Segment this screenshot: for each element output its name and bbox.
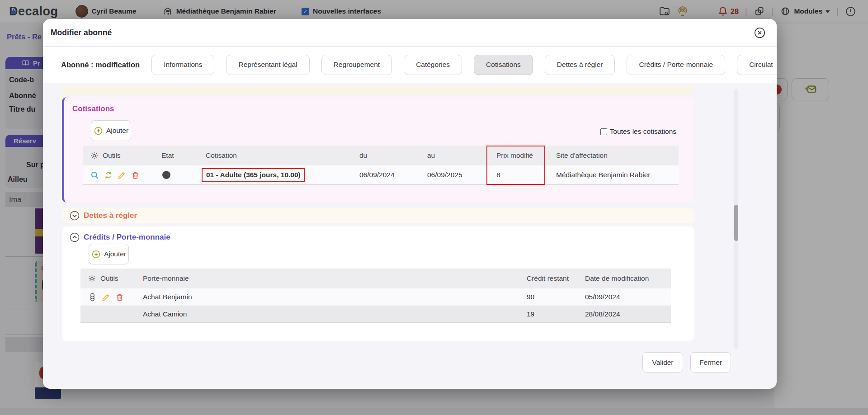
all-cotisations-label: Toutes les cotisations [610, 127, 676, 136]
previous-section-edge [62, 86, 694, 94]
wallet-name: Achat Benjamin [143, 293, 527, 301]
modal-header: Modifier abonné [43, 19, 777, 47]
credits-table-header: Outils Porte-monnaie Crédit restant Date… [80, 269, 671, 288]
edit-subscriber-modal: Modifier abonné Abonné : modification In… [43, 19, 777, 389]
column-header: Crédit restant [527, 274, 585, 283]
validate-button[interactable]: Valider [642, 352, 683, 373]
tab-representant-legal[interactable]: Représentant légal [226, 55, 309, 75]
cotisation-row[interactable]: 01 - Adulte (365 jours, 10.00) 06/09/202… [83, 165, 679, 185]
cotisations-section: Cotisations Ajouter Toutes les cotisatio… [62, 97, 694, 203]
column-header: Etat [161, 151, 206, 160]
modal-title: Modifier abonné [51, 28, 754, 38]
scrollbar-thumb[interactable] [734, 205, 738, 241]
tab-credits[interactable]: Crédits / Porte-monnaie [627, 55, 725, 75]
chevron-circle-up-icon[interactable] [69, 232, 80, 243]
tab-bar: Informations Représentant légal Regroupe… [151, 55, 777, 75]
cotisation-end-date: 06/09/2025 [427, 171, 493, 179]
modal-footer: Valider Fermer [642, 352, 731, 373]
gear-icon [88, 274, 96, 283]
search-icon[interactable] [90, 170, 99, 180]
cotisation-value-highlighted: 01 - Adulte (365 jours, 10.00) [202, 168, 305, 182]
column-header: au [427, 151, 493, 160]
gear-icon [90, 151, 99, 160]
column-header: Prix modifié [493, 151, 556, 160]
modal-tabs-row: Abonné : modification Informations Repré… [43, 47, 777, 83]
plus-circle-icon [91, 250, 101, 259]
tab-informations[interactable]: Informations [151, 55, 214, 75]
chevron-circle-down-icon[interactable] [69, 210, 80, 221]
column-header: Site d'affectation [556, 151, 679, 160]
refresh-icon[interactable] [104, 170, 113, 180]
delete-trash-icon[interactable] [131, 170, 140, 180]
cotisation-site: Médiathèque Benjamin Rabier [556, 171, 679, 179]
credit-row[interactable]: Achat Benjamin 90 05/09/2024 [80, 288, 671, 306]
modification-date: 05/09/2024 [585, 293, 671, 301]
cotisations-table-header: Outils Etat Cotisation du au Prix modifi… [83, 146, 679, 165]
column-header: Outils [103, 151, 121, 160]
credit-row[interactable]: Achat Camion 19 28/08/2024 [80, 306, 671, 323]
all-cotisations-filter[interactable]: Toutes les cotisations [600, 127, 676, 136]
column-header: Date de modification [585, 274, 671, 283]
tab-categories[interactable]: Catégories [404, 55, 462, 75]
dettes-section-header[interactable]: Dettes à régler [62, 208, 694, 223]
close-icon [754, 27, 766, 39]
cotisation-modified-price: 8 [493, 171, 556, 179]
tab-circulations[interactable]: Circulat [737, 55, 777, 75]
dettes-heading: Dettes à régler [84, 211, 137, 220]
tab-dettes[interactable]: Dettes à régler [545, 55, 615, 75]
credits-section: Crédits / Porte-monnaie Ajouter Out [62, 226, 694, 341]
tab-cotisations[interactable]: Cotisations [474, 55, 533, 75]
modal-subtitle: Abonné : modification [61, 61, 140, 69]
modal-content-scrollbar[interactable] [734, 89, 738, 349]
modification-date: 28/08/2024 [585, 310, 671, 318]
remaining-credit: 90 [527, 293, 585, 301]
cotisations-heading: Cotisations [72, 104, 114, 113]
cotisation-start-date: 06/09/2024 [359, 171, 427, 179]
coins-icon[interactable] [88, 292, 97, 302]
credits-table: Outils Porte-monnaie Crédit restant Date… [80, 269, 671, 323]
wallet-name: Achat Camion [143, 310, 527, 318]
column-header: Porte-monnaie [143, 274, 527, 283]
tab-regroupement[interactable]: Regroupement [321, 55, 392, 75]
column-header: du [359, 151, 427, 160]
add-cotisation-label: Ajouter [106, 127, 128, 135]
add-cotisation-button[interactable]: Ajouter [91, 120, 131, 141]
status-dot [162, 171, 170, 179]
unchecked-checkbox-icon[interactable] [600, 128, 607, 135]
edit-pencil-icon[interactable] [117, 170, 127, 180]
close-modal-button[interactable]: Fermer [690, 352, 731, 373]
plus-circle-icon [94, 126, 103, 136]
cotisations-table: Outils Etat Cotisation du au Prix modifi… [83, 146, 679, 185]
column-header: Outils [100, 274, 118, 283]
credits-heading: Crédits / Porte-monnaie [84, 233, 170, 242]
remaining-credit: 19 [527, 310, 585, 318]
add-credit-label: Ajouter [104, 250, 126, 258]
credits-section-header[interactable]: Crédits / Porte-monnaie [69, 232, 170, 243]
edit-pencil-icon[interactable] [101, 292, 111, 302]
modal-content: Cotisations Ajouter Toutes les cotisatio… [43, 83, 777, 341]
column-header: Cotisation [206, 151, 359, 160]
add-credit-button[interactable]: Ajouter [89, 244, 129, 264]
close-button[interactable] [754, 27, 766, 39]
delete-trash-icon[interactable] [115, 292, 124, 302]
